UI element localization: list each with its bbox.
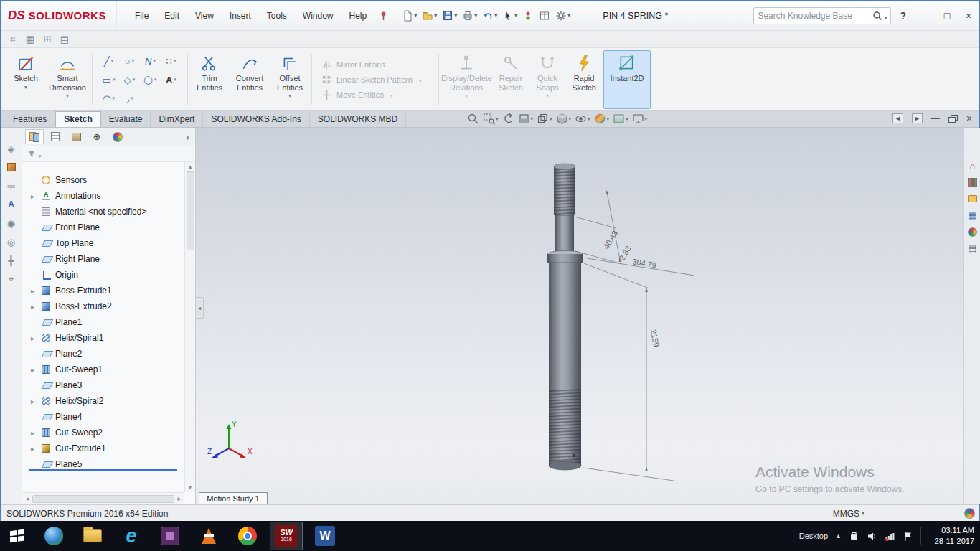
filter-annotations-icon[interactable]: A bbox=[4, 197, 19, 212]
repair-sketch-button[interactable]: Repair Sketch bbox=[491, 50, 530, 109]
edit-appearance-icon[interactable] bbox=[594, 113, 610, 125]
filter-hide-show-icon[interactable]: ◉ bbox=[4, 215, 19, 231]
line-tool-icon[interactable] bbox=[98, 52, 119, 70]
command-tab[interactable]: SOLIDWORKS MBD bbox=[310, 112, 406, 127]
status-resources-icon[interactable] bbox=[964, 508, 975, 519]
print-button[interactable] bbox=[460, 9, 479, 23]
featuremanager-tree-tab[interactable] bbox=[25, 129, 44, 144]
offset-entities-button[interactable]: Offset Entities bbox=[270, 50, 309, 109]
polygon-tool-icon[interactable] bbox=[119, 70, 140, 89]
spline-tool-icon[interactable] bbox=[140, 52, 161, 70]
action-center-icon[interactable] bbox=[903, 531, 913, 542]
move-entities-button[interactable]: Move Entities bbox=[321, 90, 429, 100]
ellipse-tool-icon[interactable] bbox=[140, 70, 161, 89]
help-button[interactable]: ? bbox=[891, 10, 915, 22]
expand-arrow-icon[interactable] bbox=[31, 303, 38, 311]
menu-item[interactable]: Tools bbox=[259, 1, 295, 30]
new-document-button[interactable] bbox=[400, 9, 419, 23]
scroll-left-icon[interactable]: ◄ bbox=[24, 496, 30, 502]
collapse-pane-right-icon[interactable]: ► bbox=[912, 113, 923, 123]
filter-solid-bodies-icon[interactable] bbox=[4, 159, 19, 175]
purple-app-icon[interactable] bbox=[154, 522, 187, 550]
expand-arrow-icon[interactable] bbox=[31, 287, 38, 295]
previous-view-icon[interactable] bbox=[502, 113, 514, 125]
search-input[interactable] bbox=[758, 11, 872, 21]
apply-scene-icon[interactable] bbox=[613, 113, 628, 125]
zoom-to-fit-icon[interactable] bbox=[467, 113, 479, 125]
expand-arrow-icon[interactable] bbox=[31, 445, 38, 453]
tree-item[interactable]: Plane2 bbox=[22, 346, 184, 362]
mirror-entities-button[interactable]: Mirror Entities bbox=[321, 60, 429, 70]
scroll-up-icon[interactable]: ▲ bbox=[187, 164, 193, 170]
start-button[interactable] bbox=[0, 521, 34, 551]
command-tab[interactable]: DimXpert bbox=[151, 112, 203, 127]
tree-item[interactable]: Annotations bbox=[22, 188, 184, 204]
trim-entities-button[interactable]: Trim Entities bbox=[190, 50, 229, 109]
custom-properties-icon[interactable]: ▤ bbox=[966, 241, 980, 255]
show-hidden-icons-icon[interactable]: ▲ bbox=[835, 532, 842, 540]
fillet-tool-icon[interactable] bbox=[119, 89, 140, 108]
display-manager-tab[interactable] bbox=[108, 129, 127, 144]
search-icon[interactable] bbox=[872, 11, 882, 21]
filter-features-icon[interactable]: ◈ bbox=[4, 141, 19, 156]
maximize-button[interactable]: □ bbox=[936, 9, 958, 23]
volume-tray-icon[interactable] bbox=[867, 531, 877, 542]
property-manager-tab[interactable] bbox=[46, 129, 65, 144]
tree-item[interactable]: Sensors bbox=[22, 172, 184, 188]
vlc-icon[interactable] bbox=[192, 522, 225, 550]
toolbar-reference-icon[interactable]: ⊞ bbox=[41, 33, 54, 46]
motion-study-tab[interactable]: Motion Study 1 bbox=[199, 492, 268, 504]
units-selector[interactable]: MMGS bbox=[833, 509, 864, 519]
expand-arrow-icon[interactable] bbox=[31, 429, 38, 437]
word-icon[interactable]: W bbox=[308, 522, 341, 550]
section-view-icon[interactable] bbox=[518, 113, 534, 125]
tree-item[interactable]: Top Plane bbox=[22, 235, 184, 251]
toolbar-pattern-icon[interactable]: ▦ bbox=[24, 33, 37, 46]
tree-item[interactable]: Material <not specified> bbox=[22, 204, 184, 220]
tree-item[interactable]: Cut-Sweep2 bbox=[22, 425, 184, 441]
solidworks-taskbar-icon[interactable]: SW2016 bbox=[270, 522, 303, 550]
scroll-thumb[interactable] bbox=[32, 495, 174, 503]
toolbar-surface-icon[interactable]: ▤ bbox=[58, 33, 71, 46]
mbd-table-icon[interactable] bbox=[537, 9, 552, 23]
filter-funnel-icon[interactable] bbox=[27, 150, 36, 159]
xpress-products-icon[interactable] bbox=[520, 9, 536, 23]
filter-measure-icon[interactable]: ⌖ bbox=[4, 271, 19, 287]
convert-entities-button[interactable]: Convert Entities bbox=[229, 50, 270, 109]
collapse-pane-left-icon[interactable]: ◄ bbox=[892, 113, 903, 123]
tree-item[interactable]: Right Plane bbox=[22, 251, 184, 267]
text-tool-icon[interactable] bbox=[161, 70, 182, 89]
command-tab[interactable]: Features bbox=[5, 112, 55, 127]
menu-item[interactable]: File bbox=[127, 1, 156, 30]
internet-browser-icon[interactable] bbox=[37, 522, 70, 550]
tree-item[interactable]: Front Plane bbox=[22, 220, 184, 235]
sketch-button[interactable]: Sketch bbox=[6, 50, 45, 109]
rectangle-tool-icon[interactable] bbox=[98, 70, 119, 89]
desktop-label[interactable]: Desktop bbox=[799, 532, 828, 540]
tree-horizontal-scrollbar[interactable]: ◄ ► bbox=[22, 492, 184, 504]
options-gear-icon[interactable] bbox=[553, 9, 573, 23]
menu-item[interactable]: Edit bbox=[156, 1, 187, 30]
zoom-to-area-icon[interactable] bbox=[483, 113, 499, 125]
clock[interactable]: 03:11 AM 28-11-2017 bbox=[928, 525, 974, 547]
restore-document-icon[interactable] bbox=[948, 115, 958, 123]
quick-snaps-button[interactable]: Quick Snaps bbox=[530, 50, 565, 109]
arc-tool-icon[interactable] bbox=[98, 89, 119, 108]
pin-menu-icon[interactable] bbox=[379, 11, 388, 21]
chrome-icon[interactable] bbox=[231, 522, 264, 550]
display-delete-relations-button[interactable]: Display/Delete Relations bbox=[441, 50, 491, 109]
minimize-document-icon[interactable]: — bbox=[931, 115, 940, 122]
tree-item[interactable]: Plane3 bbox=[22, 377, 184, 393]
menu-item[interactable]: Window bbox=[295, 1, 341, 30]
circle-tool-icon[interactable] bbox=[119, 52, 140, 70]
menu-item[interactable]: Insert bbox=[222, 1, 259, 30]
tree-item[interactable]: Helix/Spiral2 bbox=[22, 393, 184, 409]
tree-item[interactable]: Origin bbox=[22, 267, 184, 283]
dimxpert-manager-tab[interactable]: ⊕ bbox=[88, 129, 106, 144]
scroll-right-icon[interactable]: ► bbox=[176, 496, 182, 502]
internet-explorer-icon[interactable]: e bbox=[115, 522, 148, 550]
toolbar-grid-icon[interactable]: ⌗ bbox=[6, 33, 19, 46]
display-style-icon[interactable] bbox=[556, 113, 572, 125]
filter-move-icon[interactable]: ╋ bbox=[4, 253, 19, 268]
menu-item[interactable]: View bbox=[187, 1, 222, 30]
